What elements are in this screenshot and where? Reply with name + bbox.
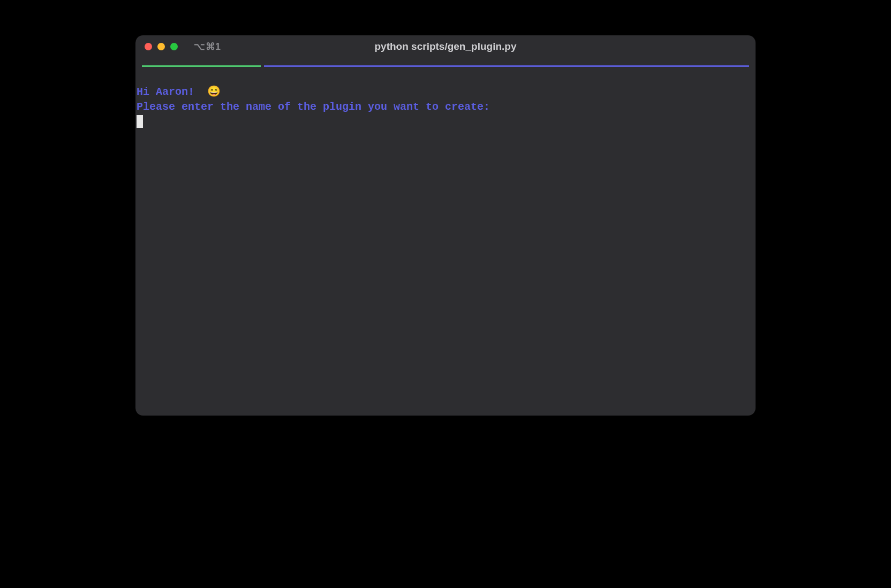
cursor-icon	[137, 115, 143, 128]
greeting-text: Hi Aaron!	[137, 86, 194, 98]
traffic-lights	[145, 43, 178, 50]
window-title: python scripts/gen_plugin.py	[375, 41, 517, 52]
output-line-2: Please enter the name of the plugin you …	[135, 100, 756, 115]
tab-shortcut-label: ⌥⌘1	[194, 41, 221, 52]
close-button[interactable]	[145, 43, 152, 50]
prompt-text: Please enter the name of the plugin you …	[137, 101, 490, 113]
output-line-1: Hi Aaron! 😄	[135, 84, 756, 100]
terminal-content[interactable]: Hi Aaron! 😄 Please enter the name of the…	[135, 67, 756, 130]
tab-active[interactable]	[142, 65, 261, 67]
tab-inactive[interactable]	[264, 65, 749, 67]
grin-emoji-icon: 😄	[207, 85, 221, 97]
title-bar: ⌥⌘1 python scripts/gen_plugin.py	[135, 35, 756, 58]
terminal-window: ⌥⌘1 python scripts/gen_plugin.py Hi Aaro…	[135, 35, 756, 416]
minimize-button[interactable]	[157, 43, 165, 50]
maximize-button[interactable]	[170, 43, 178, 50]
input-line[interactable]	[135, 115, 756, 130]
